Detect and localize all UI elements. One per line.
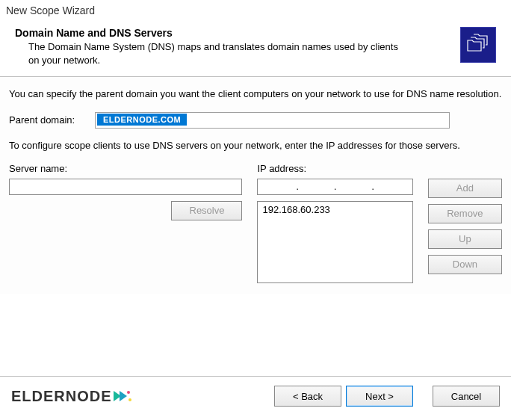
back-button[interactable]: < Back [274,386,341,407]
resolve-button[interactable]: Resolve [171,201,242,220]
parent-domain-input[interactable]: ELDERNODE.COM [95,112,450,129]
folders-icon [460,27,496,63]
parent-domain-row: Parent domain: ELDERNODE.COM [9,112,502,129]
server-name-input[interactable] [9,179,242,195]
svg-marker-1 [120,391,127,401]
parent-domain-label: Parent domain: [9,114,95,126]
ip-list-item[interactable]: 192.168.60.233 [261,203,409,216]
wizard-header: Domain Name and DNS Servers The Domain N… [0,21,511,76]
eldernode-logo: ELDERNODE [11,388,133,405]
wizard-content: You can specify the parent domain you wa… [0,77,511,293]
ip-address-list[interactable]: 192.168.60.233 [257,201,412,283]
wizard-footer: ELDERNODE < Back Next > Cancel [0,376,511,420]
parent-domain-value: ELDERNODE.COM [97,114,187,126]
remove-button[interactable]: Remove [428,204,502,223]
logo-text: ELDERNODE [11,388,112,405]
ip-address-label: IP address: [257,163,412,174]
svg-point-3 [128,398,131,401]
instruction-dns-servers: To configure scope clients to use DNS se… [9,139,502,152]
ip-address-input[interactable]: . . . [257,179,412,195]
header-title: Domain Name and DNS Servers [15,27,453,39]
cancel-button[interactable]: Cancel [433,386,500,407]
instruction-parent-domain: You can specify the parent domain you wa… [9,87,502,101]
server-name-label: Server name: [9,163,242,174]
down-button[interactable]: Down [428,255,502,274]
add-button[interactable]: Add [428,179,502,198]
next-button[interactable]: Next > [346,386,413,407]
up-button[interactable]: Up [428,229,502,249]
svg-point-2 [127,391,130,394]
window-title: New Scope Wizard [0,0,511,21]
logo-arrow-icon [114,388,133,404]
header-description: The Domain Name System (DNS) maps and tr… [15,40,403,67]
